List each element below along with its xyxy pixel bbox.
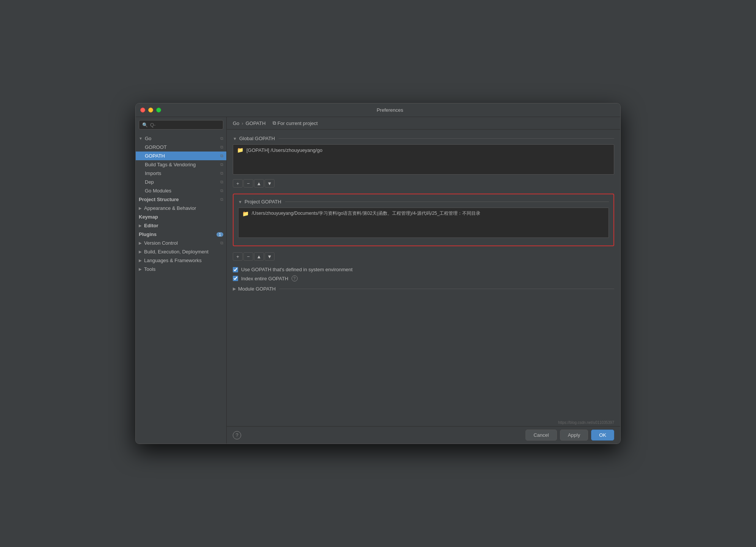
sidebar-item-editor[interactable]: ▶ Editor bbox=[136, 221, 226, 230]
global-remove-button[interactable]: − bbox=[243, 179, 253, 188]
cancel-button[interactable]: Cancel bbox=[525, 430, 557, 441]
sidebar-item-gopath[interactable]: GOPATH ⧉ bbox=[136, 152, 226, 160]
use-system-gopath-label: Use GOPATH that's defined in system envi… bbox=[241, 267, 353, 272]
sidebar-item-label: Go bbox=[145, 136, 151, 141]
watermark: https://blog.csdn.net/u011035397 bbox=[227, 420, 620, 426]
sidebar-item-tools[interactable]: ▶ Tools bbox=[136, 265, 226, 274]
global-gopath-list: 📁 [GOPATH] /Users/zhouyueyang/go bbox=[233, 144, 614, 175]
section-chevron-down: ▼ bbox=[233, 136, 237, 141]
global-gopath-path-item[interactable]: 📁 [GOPATH] /Users/zhouyueyang/go bbox=[233, 145, 614, 155]
help-icon[interactable]: ? bbox=[292, 275, 298, 281]
global-gopath-title: Global GOPATH bbox=[239, 136, 275, 141]
sidebar-item-label: GOPATH bbox=[145, 153, 165, 159]
search-icon: 🔍 bbox=[142, 122, 148, 128]
project-down-button[interactable]: ▼ bbox=[265, 252, 274, 261]
right-panel: Go › GOPATH ⧉ For current project ▼ Glob… bbox=[227, 117, 620, 444]
section-divider bbox=[285, 202, 609, 202]
sidebar-item-label: GOROOT bbox=[145, 144, 167, 150]
chevron-right-icon: ▶ bbox=[139, 223, 142, 228]
sidebar-item-label: Build, Execution, Deployment bbox=[144, 249, 209, 255]
sidebar-item-imports[interactable]: Imports ⧉ bbox=[136, 169, 226, 178]
chevron-right-icon: ▶ bbox=[139, 206, 142, 210]
copy-icon: ⧉ bbox=[220, 171, 223, 176]
sidebar: 🔍 ▼ Go ⧉ GOROOT ⧉ GOPATH ⧉ bbox=[136, 117, 227, 444]
project-gopath-path-item[interactable]: 📁 /Users/zhouyueyang/Documents/学习资料/go语言… bbox=[238, 208, 609, 219]
sidebar-item-label: Imports bbox=[145, 170, 161, 176]
project-link-icon: ⧉ bbox=[273, 120, 276, 126]
maximize-button[interactable] bbox=[156, 108, 161, 113]
copy-icon: ⧉ bbox=[220, 241, 223, 245]
sidebar-item-label: Editor bbox=[144, 223, 158, 228]
project-gopath-toolbar: + − ▲ ▼ bbox=[233, 251, 614, 262]
section-divider bbox=[279, 289, 614, 289]
global-down-button[interactable]: ▼ bbox=[265, 179, 274, 188]
content-area: ▼ Global GOPATH 📁 [GOPATH] /Users/zhouyu… bbox=[227, 130, 620, 420]
help-button[interactable]: ? bbox=[233, 431, 241, 439]
plugins-badge: 1 bbox=[216, 232, 223, 237]
search-input[interactable] bbox=[150, 122, 220, 128]
use-system-gopath-row: Use GOPATH that's defined in system envi… bbox=[233, 267, 614, 272]
global-add-button[interactable]: + bbox=[233, 179, 243, 188]
project-gopath-header: ▼ Project GOPATH bbox=[238, 199, 609, 205]
sidebar-item-appearance-behavior[interactable]: ▶ Appearance & Behavior bbox=[136, 204, 226, 213]
sidebar-item-go[interactable]: ▼ Go ⧉ bbox=[136, 134, 226, 143]
for-project-link[interactable]: ⧉ For current project bbox=[273, 120, 318, 126]
breadcrumb-current: GOPATH bbox=[246, 120, 266, 126]
copy-icon: ⧉ bbox=[220, 162, 223, 167]
chevron-right-icon: ▶ bbox=[139, 267, 142, 271]
project-gopath-path: /Users/zhouyueyang/Documents/学习资料/go语言资料… bbox=[252, 210, 480, 217]
sidebar-item-dep[interactable]: Dep ⧉ bbox=[136, 178, 226, 186]
ok-button[interactable]: OK bbox=[591, 430, 614, 441]
sidebar-item-label: Build Tags & Vendoring bbox=[145, 162, 196, 167]
title-bar: Preferences bbox=[136, 103, 620, 117]
project-add-button[interactable]: + bbox=[233, 252, 243, 261]
folder-icon: 📁 bbox=[242, 211, 249, 217]
global-gopath-header: ▼ Global GOPATH bbox=[233, 136, 614, 141]
close-button[interactable] bbox=[140, 108, 145, 113]
chevron-right-icon: ▶ bbox=[233, 286, 236, 291]
main-content: 🔍 ▼ Go ⧉ GOROOT ⧉ GOPATH ⧉ bbox=[136, 117, 620, 444]
folder-icon: 📁 bbox=[237, 147, 243, 153]
for-project-label: For current project bbox=[278, 120, 318, 126]
minimize-button[interactable] bbox=[148, 108, 153, 113]
preferences-window: Preferences 🔍 ▼ Go ⧉ GOROOT ⧉ bbox=[135, 103, 621, 444]
copy-icon: ⧉ bbox=[220, 136, 223, 141]
sidebar-item-label: Appearance & Behavior bbox=[144, 205, 196, 211]
sidebar-item-goroot[interactable]: GOROOT ⧉ bbox=[136, 143, 226, 152]
copy-icon: ⧉ bbox=[220, 180, 223, 184]
apply-button[interactable]: Apply bbox=[560, 430, 588, 441]
use-system-gopath-checkbox[interactable] bbox=[233, 267, 238, 272]
sidebar-item-label: Go Modules bbox=[145, 188, 171, 194]
copy-icon: ⧉ bbox=[220, 145, 223, 150]
project-gopath-title: Project GOPATH bbox=[245, 199, 281, 205]
index-entire-gopath-checkbox[interactable] bbox=[233, 276, 238, 281]
global-up-button[interactable]: ▲ bbox=[254, 179, 264, 188]
sidebar-item-build-tags[interactable]: Build Tags & Vendoring ⧉ bbox=[136, 160, 226, 169]
sidebar-item-label: Plugins bbox=[139, 231, 157, 237]
sidebar-item-plugins[interactable]: Plugins 1 bbox=[136, 230, 226, 239]
sidebar-item-keymap[interactable]: Keymap bbox=[136, 213, 226, 221]
sidebar-item-label: Tools bbox=[144, 266, 155, 272]
module-gopath-header: ▶ Module GOPATH bbox=[233, 284, 614, 293]
copy-icon: ⧉ bbox=[220, 197, 223, 202]
project-gopath-list: 📁 /Users/zhouyueyang/Documents/学习资料/go语言… bbox=[238, 208, 609, 238]
sidebar-item-languages[interactable]: ▶ Languages & Frameworks bbox=[136, 256, 226, 265]
sidebar-item-go-modules[interactable]: Go Modules ⧉ bbox=[136, 186, 226, 195]
sidebar-item-build-exec[interactable]: ▶ Build, Execution, Deployment bbox=[136, 247, 226, 256]
sidebar-item-label: Dep bbox=[145, 179, 154, 185]
sidebar-item-label: Version Control bbox=[144, 240, 178, 246]
bottom-right: Cancel Apply OK bbox=[525, 430, 614, 441]
section-divider bbox=[279, 138, 614, 139]
sidebar-item-label: Languages & Frameworks bbox=[144, 258, 202, 263]
search-box[interactable]: 🔍 bbox=[139, 120, 223, 130]
chevron-right-icon: ▶ bbox=[139, 250, 142, 254]
copy-icon: ⧉ bbox=[220, 153, 223, 158]
sidebar-item-version-control[interactable]: ▶ Version Control ⧉ bbox=[136, 239, 226, 247]
global-gopath-path: [GOPATH] /Users/zhouyueyang/go bbox=[246, 147, 322, 153]
sidebar-item-project-structure[interactable]: Project Structure ⧉ bbox=[136, 195, 226, 204]
project-gopath-section: ▼ Project GOPATH 📁 /Users/zhouyueyang/Do… bbox=[233, 194, 614, 246]
index-entire-gopath-row: Index entire GOPATH ? bbox=[233, 275, 614, 281]
project-remove-button[interactable]: − bbox=[243, 252, 253, 261]
project-up-button[interactable]: ▲ bbox=[254, 252, 264, 261]
bottom-bar: ? Cancel Apply OK bbox=[227, 426, 620, 444]
